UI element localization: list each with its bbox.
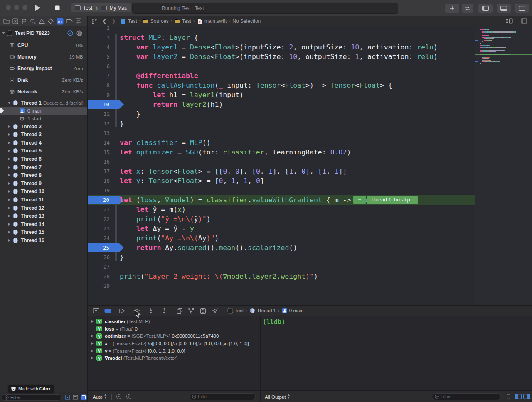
view-mode-toggle-icon-selected[interactable] xyxy=(81,394,87,400)
debug-jump-item[interactable]: 0 main xyxy=(282,308,304,314)
disclosure-triangle[interactable] xyxy=(8,231,10,233)
line-number[interactable]: 8 xyxy=(88,81,110,90)
breakpoint-marker[interactable]: 25 xyxy=(88,243,124,252)
toggle-inspector-button[interactable] xyxy=(515,3,530,13)
console[interactable]: (lldb) xyxy=(261,316,532,390)
disclosure-triangle[interactable] xyxy=(8,158,10,160)
line-number[interactable]: 5 xyxy=(88,52,110,61)
line-number[interactable]: 13 xyxy=(88,128,110,138)
code-line-7[interactable]: 7@differentiable xyxy=(88,71,475,81)
line-number[interactable]: 7 xyxy=(88,71,110,81)
code-line-5[interactable]: 5var layer2 = Dense<Float>(inputSize: 10… xyxy=(88,52,475,61)
trash-icon[interactable] xyxy=(506,394,511,400)
code-line-9[interactable]: 9let h1 = layer1(input) xyxy=(88,90,475,100)
sidebar-thread-row[interactable]: Thread 13 xyxy=(0,212,87,220)
sidebar-thread-row[interactable]: Thread 11 xyxy=(0,196,87,203)
code-line-2[interactable]: 2 xyxy=(88,26,475,33)
line-number[interactable]: 17 xyxy=(88,167,110,176)
minimap[interactable] xyxy=(475,26,532,305)
code-line-14[interactable]: 14var classifier = MLP() xyxy=(88,138,475,147)
disclosure-triangle[interactable] xyxy=(8,190,10,193)
code-line-10[interactable]: 10return layer2(h1) xyxy=(88,100,475,109)
code-line-6[interactable]: 6 xyxy=(88,61,475,71)
sidebar-thread-row[interactable]: Thread 5 xyxy=(0,147,87,155)
info-icon[interactable] xyxy=(126,394,132,400)
disclosure-triangle[interactable] xyxy=(8,166,10,169)
sidebar-process-row[interactable]: Test PID 78223 xyxy=(0,29,87,37)
disclosure-triangle[interactable] xyxy=(8,215,10,217)
show-crashed-threads-icon[interactable] xyxy=(73,395,78,400)
disclosure-triangle[interactable] xyxy=(91,357,94,359)
line-number[interactable]: 21 xyxy=(88,205,110,214)
debug-view-hierarchy-button[interactable] xyxy=(174,306,185,316)
disclosure-triangle[interactable] xyxy=(8,182,10,185)
line-number[interactable]: 23 xyxy=(88,224,110,233)
code-line-17[interactable]: 17let x: Tensor<Float> = [[0, 0], [0, 1]… xyxy=(88,167,475,176)
code-line-27[interactable]: 27 xyxy=(88,262,475,272)
show-running-processes-icon[interactable] xyxy=(65,395,70,400)
breadcrumb[interactable]: Test›Sources›Test›main.swift›No Selectio… xyxy=(121,18,261,24)
breadcrumb-item[interactable]: main.swift xyxy=(197,18,227,24)
hide-debug-area-button[interactable] xyxy=(90,306,102,316)
code-line-25[interactable]: 25return Δy.squared().mean().scalarized(… xyxy=(88,243,475,252)
line-number[interactable]: 3 xyxy=(88,33,110,42)
zoom-window-button[interactable] xyxy=(22,5,27,10)
debug-area-divider[interactable] xyxy=(260,316,261,402)
code-line-20[interactable]: 20let (loss, ∇model) = classifier.valueW… xyxy=(88,195,475,205)
test-navigator-icon[interactable] xyxy=(48,18,54,24)
sidebar-thread-row[interactable]: Thread 10 xyxy=(0,188,87,196)
symbol-navigator-icon[interactable] xyxy=(21,18,27,24)
variables-scope-dropdown[interactable]: Auto▲▼ xyxy=(93,393,107,400)
disclosure-triangle[interactable] xyxy=(8,199,10,201)
toggle-navigator-button[interactable] xyxy=(478,3,493,13)
disclosure-triangle[interactable] xyxy=(8,102,11,104)
view-process-icon[interactable] xyxy=(76,30,82,36)
debug-jump-item[interactable]: Test xyxy=(227,308,244,314)
breakpoint-annotation[interactable]: =Thread 1: breakp... xyxy=(353,196,418,204)
code-line-3[interactable]: 3struct MLP: Layer { xyxy=(88,33,475,42)
variable-row[interactable]: Vx = (Tensor<Float>) \n[[0.0, 0.0],\n [0… xyxy=(88,340,260,347)
add-editor-button[interactable] xyxy=(521,18,527,24)
sidebar-thread-row[interactable]: Thread 9 xyxy=(0,179,87,187)
report-navigator-icon[interactable] xyxy=(76,18,81,24)
line-number[interactable]: 24 xyxy=(88,233,110,243)
scheme-selector[interactable]: Test ❯ My Mac xyxy=(71,3,131,12)
code-line-8[interactable]: 8func callAsFunction(_ input: Tensor<Flo… xyxy=(88,81,475,90)
debug-memory-graph-button[interactable] xyxy=(185,306,197,316)
sidebar-thread-row[interactable]: Thread 14 xyxy=(0,220,87,228)
variable-row[interactable]: Vclassifier (Test.MLP) xyxy=(88,318,260,325)
disclosure-triangle[interactable] xyxy=(2,32,5,34)
console-output-dropdown[interactable]: All Output▲▼ xyxy=(265,393,290,400)
sidebar-thread-row[interactable]: Thread 7 xyxy=(0,163,87,171)
variables-view[interactable]: Vclassifier (Test.MLP)Vloss = (Float) 0V… xyxy=(88,316,260,390)
debug-navigator-icon-selected[interactable] xyxy=(57,18,64,25)
line-number[interactable]: 19 xyxy=(88,186,110,195)
code-line-11[interactable]: 11} xyxy=(88,109,475,119)
flag-breakpoint-icon[interactable] xyxy=(116,394,122,400)
sidebar-thread-row[interactable]: Thread 1Queue: c...d (serial) xyxy=(0,99,87,107)
breadcrumb-item[interactable]: Test xyxy=(121,18,137,24)
disclosure-triangle[interactable] xyxy=(8,150,10,152)
disclosure-triangle[interactable] xyxy=(8,125,10,128)
variable-row[interactable]: Vloss = (Float) 0 xyxy=(88,325,260,333)
environment-overrides-button[interactable] xyxy=(197,306,209,316)
issue-navigator-icon[interactable] xyxy=(39,18,45,24)
breakpoint-navigator-icon[interactable] xyxy=(66,19,73,24)
disclosure-triangle[interactable] xyxy=(8,223,10,226)
disclosure-triangle[interactable] xyxy=(8,207,10,209)
sidebar-thread-row[interactable]: Thread 6 xyxy=(0,155,87,163)
toggle-console-view-icon[interactable] xyxy=(523,394,530,399)
disclosure-triangle[interactable] xyxy=(91,320,94,323)
breakpoints-toggle-button[interactable] xyxy=(102,306,113,316)
minimize-window-button[interactable] xyxy=(14,5,19,10)
toggle-variables-view-icon[interactable] xyxy=(515,394,522,399)
sidebar-thread-row[interactable]: Thread 15 xyxy=(0,228,87,236)
code-line-22[interactable]: 22print("ŷ =\n\(ŷ)") xyxy=(88,214,475,224)
sidebar-divider[interactable] xyxy=(87,16,88,402)
line-number[interactable]: 16 xyxy=(88,157,110,167)
sidebar-thread-row[interactable]: Thread 2 xyxy=(0,123,87,130)
simulate-location-button[interactable] xyxy=(209,306,220,316)
line-number[interactable]: 28 xyxy=(88,272,110,281)
disclosure-triangle[interactable] xyxy=(91,342,94,345)
pause-process-icon[interactable] xyxy=(67,30,73,36)
